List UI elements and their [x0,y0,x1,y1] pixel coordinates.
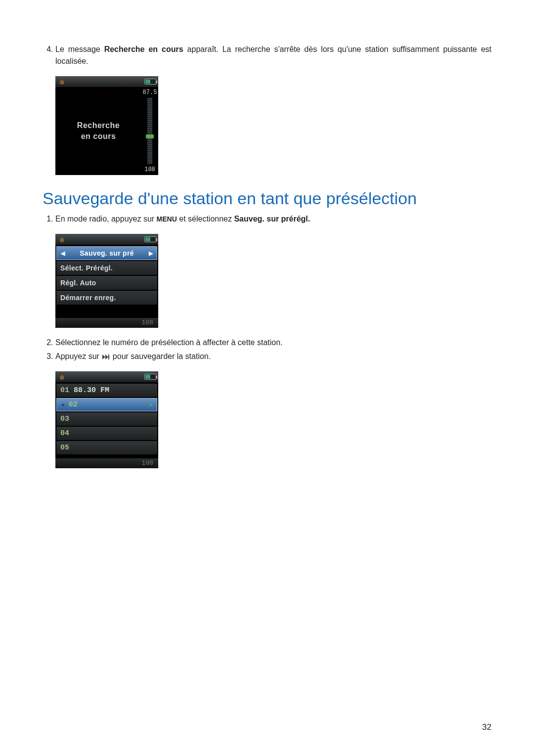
bold-text: Recherche en cours [104,45,183,53]
menu-list: ◀ Sauveg. sur pré ▶ Sélect. Prérégl. Rég… [55,245,158,318]
preset-num: 05 [60,444,69,452]
freq-bottom: 108 [144,166,155,173]
lcd-body: 01 88.30 FM ◀ 02 ▶ 03 [55,382,158,458]
menu-keyword: MENU [157,215,177,223]
lcd-screen: ◎ ◀ Sauveg. sur pré ▶ Sélect. Prérégl. R… [55,234,158,328]
section-heading: Sauvegarde d'une station en tant que pré… [43,189,491,208]
lcd-body: ◀ Sauveg. sur pré ▶ Sélect. Prérégl. Rég… [55,245,158,318]
instruction-list-a: Le message Recherche en cours apparaît. … [43,44,491,67]
search-line2: en cours [81,132,116,141]
text: pour sauvegarder la station. [110,352,211,360]
freq-track [147,98,152,164]
bold-text: Sauveg. sur prérégl. [234,215,310,223]
menu-item-save-preset[interactable]: ◀ Sauveg. sur pré ▶ [56,246,157,260]
search-line1: Recherche [77,121,120,130]
radio-icon: ◎ [57,236,66,243]
menu-item-select-preset[interactable]: Sélect. Prérégl. [56,261,157,275]
device-screenshot-2: ◎ ◀ Sauveg. sur pré ▶ Sélect. Prérégl. R… [55,234,491,328]
instruction-list-b2: Sélectionnez le numéro de présélection à… [43,337,491,362]
text: Le message [55,45,104,53]
battery-icon [144,79,156,85]
preset-row-02[interactable]: ◀ 02 ▶ [56,398,157,411]
device-screenshot-1: ◎ Recherche en cours 87.5 108 [55,76,491,175]
list-item-1: En mode radio, appuyez sur MENU et sélec… [55,213,491,225]
preset-row-05[interactable]: 05 [56,441,157,454]
list-item-2: Sélectionnez le numéro de présélection à… [55,337,491,349]
list-item-3: Appuyez sur pour sauvegarder la station. [55,351,491,362]
lcd-status-bar: ◎ [55,234,158,245]
frequency-scale: 87.5 108 [141,87,158,175]
preset-row-04[interactable]: 04 [56,427,157,440]
preset-row-03[interactable]: 03 [56,412,157,426]
document-page: Le message Recherche en cours apparaît. … [0,0,534,756]
preset-num: 04 [60,429,69,438]
triangle-right-icon: ▶ [149,401,153,408]
preset-list: 01 88.30 FM ◀ 02 ▶ 03 [55,382,158,458]
device-screenshot-3: ◎ 01 88.30 FM ◀ [55,371,491,468]
text: En mode radio, appuyez sur [55,215,157,223]
menu-label: Démarrer enreg. [60,294,116,302]
preset-text: ◀ 02 [61,400,78,409]
search-message: Recherche en cours [55,87,141,175]
menu-label: Sélect. Prérégl. [60,264,113,272]
preset-text: 01 88.30 FM [60,386,109,395]
page-number: 32 [482,722,491,732]
preset-row-01[interactable]: 01 88.30 FM [56,384,157,397]
lcd-body: Recherche en cours 87.5 108 [55,87,158,175]
radio-icon: ◎ [57,78,66,85]
instruction-list-b1: En mode radio, appuyez sur MENU et sélec… [43,213,491,225]
menu-item-auto-tune[interactable]: Régl. Auto [56,276,157,290]
menu-item-start-record[interactable]: Démarrer enreg. [56,291,157,305]
text: Appuyez sur [55,352,101,360]
text: Sélectionnez le numéro de présélection à… [55,338,283,347]
menu-label: Sauveg. sur pré [80,249,134,257]
lcd-screen: ◎ 01 88.30 FM ◀ [55,371,158,468]
lcd-footer: 108 [55,458,158,468]
freq-marker [146,134,154,138]
list-item-4: Le message Recherche en cours apparaît. … [55,44,491,67]
lcd-screen: ◎ Recherche en cours 87.5 108 [55,76,158,175]
battery-icon [144,374,156,380]
triangle-left-icon: ◀ [61,402,64,408]
radio-icon: ◎ [57,373,66,380]
text: et sélectionnez [177,215,234,223]
fast-forward-icon [102,355,109,359]
triangle-right-icon: ▶ [149,250,153,257]
menu-label: Régl. Auto [60,279,96,287]
freq-top: 87.5 [143,89,157,96]
lcd-footer: 108 [55,318,158,328]
lcd-status-bar: ◎ [55,371,158,382]
preset-num: 03 [60,415,69,423]
lcd-status-bar: ◎ [55,76,158,87]
battery-icon [144,236,156,242]
triangle-left-icon: ◀ [61,250,65,257]
